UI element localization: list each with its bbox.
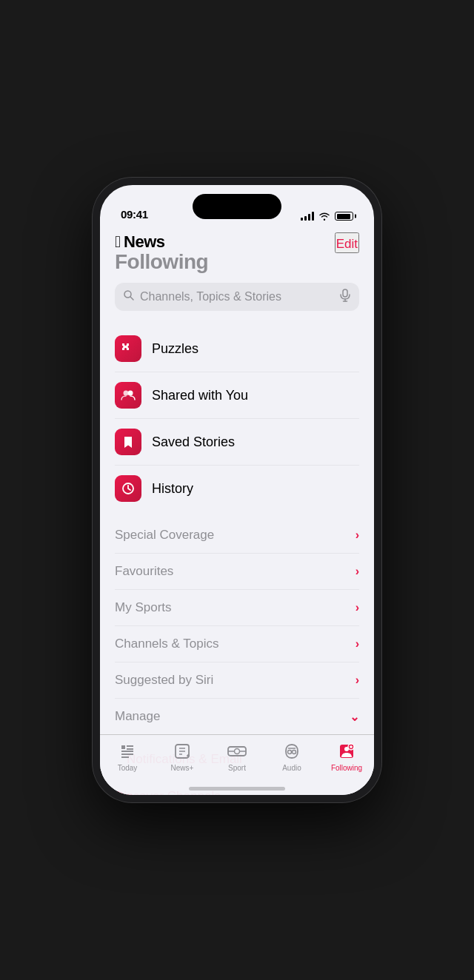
favourites-row[interactable]: Favourites › bbox=[115, 554, 359, 590]
newsplus-tab-label: News+ bbox=[171, 764, 194, 772]
today-icon bbox=[117, 741, 138, 762]
special-coverage-chevron: › bbox=[356, 528, 359, 542]
shared-label: Shared with You bbox=[152, 388, 248, 403]
mic-icon bbox=[340, 289, 350, 305]
search-placeholder-text: Channels, Topics & Stories bbox=[140, 290, 334, 303]
battery-icon bbox=[335, 212, 353, 221]
special-coverage-label: Special Coverage bbox=[115, 528, 214, 543]
apple-news-logo:  News bbox=[115, 232, 208, 252]
tab-sport[interactable]: Sport bbox=[210, 741, 264, 772]
status-time: 09:41 bbox=[121, 208, 148, 221]
suggested-siri-row[interactable]: Suggested by Siri › bbox=[115, 662, 359, 699]
header:  News Following Edit bbox=[100, 226, 374, 274]
puzzles-label: Puzzles bbox=[152, 341, 198, 357]
saved-stories-item[interactable]: Saved Stories bbox=[115, 419, 359, 466]
following-icon bbox=[336, 741, 357, 762]
tab-today[interactable]: Today bbox=[100, 741, 155, 772]
icon-menu-list: Puzzles Shared with You bbox=[100, 326, 374, 511]
my-sports-row[interactable]: My Sports › bbox=[115, 590, 359, 626]
screen:  News Following Edit Channels, Topics &… bbox=[100, 226, 374, 795]
puzzles-icon bbox=[115, 335, 141, 362]
sport-icon bbox=[227, 741, 247, 762]
favourites-chevron: › bbox=[356, 565, 359, 578]
shared-item[interactable]: Shared with You bbox=[115, 372, 359, 419]
page-title: Following bbox=[115, 250, 208, 274]
section-list: Special Coverage › Favourites › My Sport… bbox=[100, 517, 374, 734]
search-icon bbox=[124, 290, 134, 303]
phone-shell: 09:41  News bbox=[93, 178, 381, 802]
tab-audio[interactable]: Audio bbox=[264, 741, 319, 772]
news-label: News bbox=[124, 232, 164, 252]
puzzles-item[interactable]: Puzzles bbox=[115, 326, 359, 372]
audio-tab-label: Audio bbox=[282, 764, 301, 772]
suggested-siri-label: Suggested by Siri bbox=[115, 673, 213, 688]
channels-topics-chevron: › bbox=[356, 637, 359, 651]
manage-label: Manage bbox=[115, 709, 160, 724]
history-icon bbox=[115, 475, 141, 502]
svg-line-1 bbox=[130, 297, 133, 300]
channels-topics-label: Channels & Topics bbox=[115, 637, 219, 651]
shared-icon bbox=[115, 382, 141, 409]
favourites-label: Favourites bbox=[115, 564, 173, 579]
following-tab-label: Following bbox=[331, 764, 362, 772]
edit-button[interactable]: Edit bbox=[335, 232, 359, 253]
sport-tab-label: Sport bbox=[228, 764, 246, 772]
my-sports-label: My Sports bbox=[115, 600, 172, 615]
dynamic-island bbox=[193, 194, 281, 219]
newsplus-icon bbox=[172, 741, 193, 762]
home-indicator bbox=[189, 787, 285, 791]
svg-point-19 bbox=[293, 751, 296, 754]
tab-newsplus[interactable]: News+ bbox=[155, 741, 210, 772]
wifi-icon bbox=[318, 212, 330, 221]
brand-title:  News Following bbox=[115, 232, 208, 274]
svg-point-15 bbox=[235, 749, 240, 754]
apple-icon:  bbox=[115, 234, 121, 250]
suggested-siri-chevron: › bbox=[356, 674, 359, 687]
special-coverage-row[interactable]: Special Coverage › bbox=[115, 517, 359, 554]
history-item[interactable]: History bbox=[115, 466, 359, 511]
manage-chevron: ⌄ bbox=[350, 710, 359, 724]
saved-icon bbox=[115, 429, 141, 455]
search-container: Channels, Topics & Stories bbox=[100, 274, 374, 320]
saved-label: Saved Stories bbox=[152, 434, 235, 450]
status-icons bbox=[301, 212, 353, 221]
channels-topics-row[interactable]: Channels & Topics › bbox=[115, 626, 359, 662]
audio-icon bbox=[281, 741, 302, 762]
today-tab-label: Today bbox=[118, 764, 138, 772]
svg-rect-2 bbox=[343, 289, 347, 297]
svg-point-6 bbox=[128, 391, 133, 396]
svg-point-18 bbox=[288, 751, 292, 754]
history-label: History bbox=[152, 481, 193, 497]
tab-bar: Today News+ bbox=[100, 734, 374, 795]
my-sports-chevron: › bbox=[356, 601, 359, 614]
search-bar[interactable]: Channels, Topics & Stories bbox=[115, 283, 359, 311]
tab-following[interactable]: Following bbox=[319, 741, 374, 772]
signal-icon bbox=[301, 212, 314, 221]
svg-point-5 bbox=[124, 391, 129, 396]
manage-row[interactable]: Manage ⌄ bbox=[115, 699, 359, 734]
